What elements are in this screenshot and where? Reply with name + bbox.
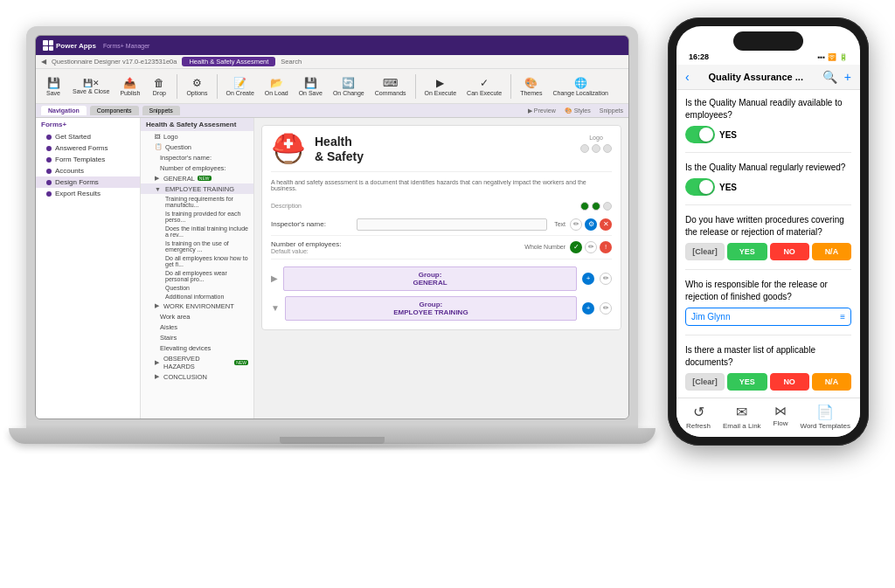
form-right-controls: Logo <box>580 135 612 153</box>
phone-screen: 16:28 ▪▪▪ 🛜 🔋 ‹ Quality Assurance ... 🔍 … <box>676 26 860 437</box>
group-general-btn1[interactable]: + <box>582 273 594 285</box>
q4-text-input[interactable]: Jim Glynn ≡ <box>685 308 851 326</box>
laptop-body: Power Apps Forms+ Manager ◀ Questionnair… <box>26 26 638 428</box>
nav-num-employees[interactable]: Number of employees: <box>141 163 253 173</box>
sidebar-answered-forms[interactable]: Answered Forms <box>36 142 140 154</box>
nav-train6[interactable]: Do all employees wear personal pro... <box>141 268 253 283</box>
canexecute-btn[interactable]: ✓ Can Execute <box>463 75 505 98</box>
drop-btn[interactable]: 🗑 Drop <box>147 75 171 98</box>
inspector-label: Inspector's name: <box>271 220 350 228</box>
nav-tab-snippets[interactable]: Snippets <box>142 106 180 115</box>
employees-check-btn[interactable]: ✓ <box>570 241 582 253</box>
nav-train3[interactable]: Does the initial training include a rev.… <box>141 224 253 239</box>
employees-del-btn[interactable]: ! <box>600 241 612 253</box>
onload-btn[interactable]: 📂 On Load <box>261 75 292 98</box>
sidebar-export-results[interactable]: Export Results <box>36 188 140 199</box>
inspector-edit-btn[interactable]: ✏ <box>570 218 582 231</box>
inspector-info-btn[interactable]: ⚙ <box>585 218 597 231</box>
refresh-btn[interactable]: ↺ Refresh <box>686 404 711 430</box>
word-templates-btn[interactable]: 📄 Word Templates <box>800 404 850 430</box>
nav-employee-training[interactable]: ▼ EMPLOYEE TRAINING <box>141 183 253 194</box>
desc-dot-3 <box>603 202 612 211</box>
powerapp-ui: Power Apps Forms+ Manager ◀ Questionnair… <box>36 36 628 419</box>
group-employee-expand-icon[interactable]: ▼ <box>271 303 280 313</box>
nav-stairs[interactable]: Stairs <box>141 332 253 342</box>
scene: Power Apps Forms+ Manager ◀ Questionnair… <box>0 0 895 588</box>
publish-btn[interactable]: 📤 Publish <box>116 75 143 98</box>
employees-controls: Whole Number ✓ ✏ ! <box>524 241 612 253</box>
nav-logo[interactable]: 🖼 Logo <box>141 131 253 142</box>
nav-train2[interactable]: Is training provided for each perso... <box>141 209 253 224</box>
nav-question[interactable]: 📋 Question <box>141 142 253 152</box>
sidebar-form-templates[interactable]: Form Templates <box>36 154 140 165</box>
localization-btn[interactable]: 🌐 Change Localization <box>550 75 612 98</box>
nav-train1[interactable]: Training requirements for manufactu... <box>141 194 253 209</box>
q3-na-btn[interactable]: N/A <box>812 243 851 260</box>
back-icon[interactable]: ◀ <box>41 58 46 66</box>
q3-no-btn[interactable]: NO <box>770 243 809 260</box>
options-btn[interactable]: ⚙ Options <box>183 75 211 98</box>
phone-add-icon[interactable]: + <box>844 70 851 84</box>
sidebar-get-started[interactable]: Get Started <box>36 131 140 142</box>
nav-inspector-name[interactable]: Inspector's name: <box>141 152 253 163</box>
nav-aisles[interactable]: Aisles <box>141 322 253 332</box>
nav-work-area[interactable]: Work area <box>141 311 253 322</box>
nav-work-env[interactable]: ▶ WORK ENVIRONMENT <box>141 301 253 311</box>
flow-btn[interactable]: ⋈ Flow <box>774 404 788 430</box>
nav-toolbar: Navigation Components Snippets ▶ Preview… <box>36 104 628 118</box>
commands-btn[interactable]: ⌨ Commands <box>371 75 410 98</box>
desc-dots <box>580 202 612 211</box>
q5-na-btn[interactable]: N/A <box>812 373 851 391</box>
sidebar-design-forms[interactable]: Design Forms <box>36 176 140 188</box>
nav-elevating[interactable]: Elevating devices <box>141 342 253 353</box>
q1-toggle-switch[interactable] <box>685 126 715 143</box>
nav-question2[interactable]: Question <box>141 283 253 292</box>
save-btn[interactable]: 💾 Save <box>41 75 66 98</box>
snippets-label[interactable]: Snippets <box>600 107 623 114</box>
nav-train5[interactable]: Do all employees know how to get fi... <box>141 253 253 268</box>
phone-question-1: Is the Quality Manual readily available … <box>685 97 851 153</box>
nav-conclusion[interactable]: ▶ CONCLUSION <box>141 371 253 382</box>
back-button[interactable]: ‹ <box>685 70 690 84</box>
q5-text: Is there a master list of applicable doc… <box>685 344 851 369</box>
themes-btn[interactable]: 🎨 Themes <box>517 75 545 98</box>
onsave-btn[interactable]: 💾 On Save <box>295 75 326 98</box>
word-icon: 📄 <box>816 404 834 420</box>
onexecute-btn[interactable]: ▶ On Execute <box>421 75 461 98</box>
logo-dot-2 <box>592 144 600 153</box>
q5-yes-btn[interactable]: YES <box>727 373 767 391</box>
nav-train4[interactable]: Is training on the use of emergency ... <box>141 239 253 253</box>
app-name: Power Apps <box>56 42 96 50</box>
inspector-input[interactable] <box>357 218 547 231</box>
nav-tab-navigation[interactable]: Navigation <box>41 106 87 115</box>
group-expand-icon[interactable]: ▶ <box>271 273 278 283</box>
search-label[interactable]: Search <box>281 58 302 66</box>
group-employee-btn1[interactable]: + <box>582 302 594 315</box>
q5-no-btn[interactable]: NO <box>770 373 809 391</box>
nav-additional-info[interactable]: Additional information <box>141 292 253 301</box>
onchange-btn[interactable]: 🔄 On Change <box>330 75 368 98</box>
nav-tab-components[interactable]: Components <box>90 106 139 115</box>
q5-clear-btn[interactable]: [Clear] <box>685 373 725 391</box>
main-content: Forms+ Get Started Answered Forms <box>36 118 628 419</box>
group-general-btn2[interactable]: ✏ <box>600 273 612 285</box>
styles-label[interactable]: 🎨 Styles <box>565 107 591 114</box>
save-close-btn[interactable]: 💾✕ Save & Close <box>69 77 113 96</box>
group-employee-btn2[interactable]: ✏ <box>600 302 612 315</box>
q3-clear-btn[interactable]: [Clear] <box>685 243 725 260</box>
oncreate-btn[interactable]: 📝 On Create <box>223 75 258 98</box>
q3-yes-btn[interactable]: YES <box>727 243 767 260</box>
email-link-btn[interactable]: ✉ Email a Link <box>723 404 761 430</box>
nav-general[interactable]: ▶ GENERAL NEW <box>141 173 253 183</box>
employees-edit-btn[interactable]: ✏ <box>585 241 597 253</box>
active-tab[interactable]: Health & Safety Assesment <box>182 57 275 66</box>
sidebar-accounts[interactable]: Accounts <box>36 165 140 176</box>
logo-dots <box>580 144 612 153</box>
preview-label[interactable]: ▶ Preview <box>528 107 556 114</box>
dynamic-island <box>733 31 803 51</box>
form-subtitle: A health and safety assessment is a docu… <box>271 179 612 191</box>
phone-search-icon[interactable]: 🔍 <box>822 70 837 84</box>
q2-toggle-switch[interactable] <box>685 178 715 196</box>
nav-observed-hazards[interactable]: ▶ OBSERVED HAZARDS NEW <box>141 353 253 371</box>
inspector-del-btn[interactable]: ✕ <box>600 218 612 231</box>
